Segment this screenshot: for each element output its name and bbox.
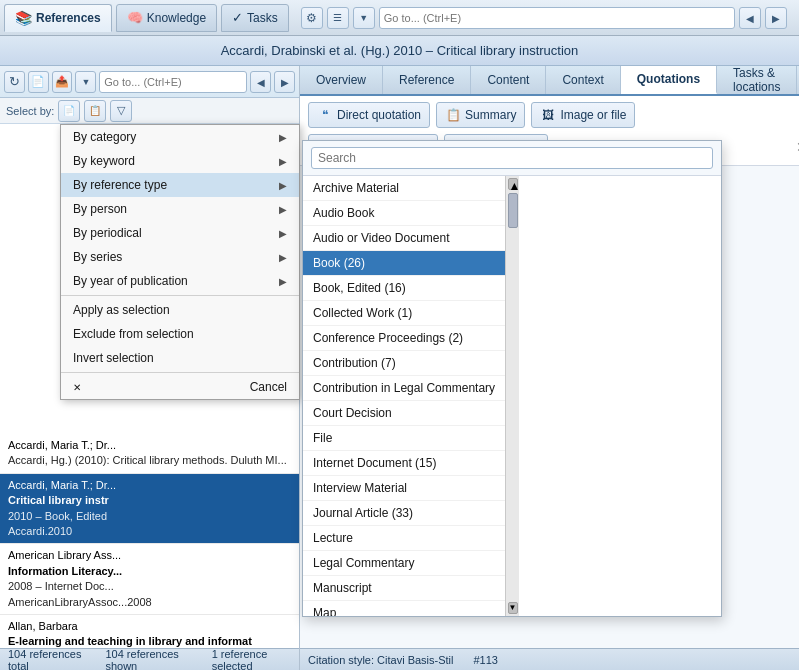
- scroll-track: [508, 191, 518, 601]
- image-or-file-button[interactable]: 🖼 Image or file: [531, 102, 635, 128]
- menu-by-series[interactable]: By series ▶: [61, 245, 299, 269]
- tab-knowledge[interactable]: 🧠 Knowledge: [116, 4, 217, 32]
- list-item[interactable]: Collected Work (1): [303, 301, 505, 326]
- arrow-right-icon: ▶: [279, 204, 287, 215]
- scroll-up-arrow[interactable]: ▲: [508, 178, 518, 190]
- ref-key: Accardi.2010: [8, 524, 291, 539]
- direct-quotation-button[interactable]: ❝ Direct quotation: [308, 102, 430, 128]
- search-go-back[interactable]: [250, 71, 271, 93]
- gear-button[interactable]: [301, 7, 323, 29]
- menu-by-keyword[interactable]: By keyword ▶: [61, 149, 299, 173]
- tab-context[interactable]: Context: [546, 66, 620, 94]
- menu-cancel[interactable]: ✕ Cancel: [61, 375, 299, 399]
- reference-list: Accardi, Maria T.; Dr... Accardi, Hg.) (…: [0, 434, 299, 648]
- invert-selection-label: Invert selection: [73, 351, 154, 365]
- dropdown-button[interactable]: ▼: [353, 7, 375, 29]
- menu-button[interactable]: ☰: [327, 7, 349, 29]
- list-item[interactable]: Book, Edited (16): [303, 276, 505, 301]
- list-item[interactable]: Legal Commentary: [303, 551, 505, 576]
- arrow-right-icon: ▶: [279, 156, 287, 167]
- right-panel: Overview Reference Content Context Quota…: [300, 66, 799, 670]
- filter-dropdown-btn[interactable]: ▼: [75, 71, 96, 93]
- list-item[interactable]: Audio Book: [303, 201, 505, 226]
- top-bar: 📚 References 🧠 Knowledge ✓ Tasks ☰ ▼: [0, 0, 799, 36]
- list-item[interactable]: Journal Article (33): [303, 501, 505, 526]
- menu-apply-selection[interactable]: Apply as selection: [61, 298, 299, 322]
- list-item[interactable]: Interview Material: [303, 476, 505, 501]
- scroll-down-arrow[interactable]: ▼: [508, 602, 518, 614]
- right-status-bar: Citation style: Citavi Basis-Stil #113: [300, 648, 799, 670]
- by-ref-type-label: By reference type: [73, 178, 167, 192]
- arrow-right-icon: ▶: [279, 132, 287, 143]
- menu-by-periodical[interactable]: By periodical ▶: [61, 221, 299, 245]
- list-item[interactable]: Accardi, Maria T.; Dr... Critical librar…: [0, 474, 299, 545]
- by-series-label: By series: [73, 250, 122, 264]
- tab-bar: Overview Reference Content Context Quota…: [300, 66, 799, 96]
- status-shown: 104 references shown: [105, 648, 191, 671]
- copy-icon: 📋: [89, 105, 101, 116]
- list-item[interactable]: Internet Document (15): [303, 451, 505, 476]
- list-item[interactable]: Audio or Video Document: [303, 226, 505, 251]
- select-new-btn[interactable]: 📄: [58, 100, 80, 122]
- select-filter-btn[interactable]: [110, 100, 132, 122]
- ref-search-input[interactable]: [99, 71, 247, 93]
- ref-key: AmericanLibraryAssoc...2008: [8, 595, 291, 610]
- tab-reference[interactable]: Reference: [383, 66, 471, 94]
- tab-content[interactable]: Content: [471, 66, 546, 94]
- arrow-right-icon: ▶: [279, 180, 287, 191]
- menu-by-year[interactable]: By year of publication ▶: [61, 269, 299, 293]
- menu-by-person[interactable]: By person ▶: [61, 197, 299, 221]
- tab-tasks-locations[interactable]: Tasks & locations: [717, 66, 797, 94]
- menu-separator-2: [61, 372, 299, 373]
- forward-button[interactable]: [765, 7, 787, 29]
- menu-by-category[interactable]: By category ▶: [61, 125, 299, 149]
- by-person-label: By person: [73, 202, 127, 216]
- search-go-forward[interactable]: [274, 71, 295, 93]
- left-panel: 📄 📤 ▼ Select by: 📄 📋 By category ▶ By ke…: [0, 66, 300, 670]
- arrow-right-icon: ▶: [279, 276, 287, 287]
- list-item[interactable]: Contribution (7): [303, 351, 505, 376]
- forward-icon: [772, 12, 780, 24]
- menu-invert-selection[interactable]: Invert selection: [61, 346, 299, 370]
- list-item[interactable]: Archive Material: [303, 176, 505, 201]
- close-btn[interactable]: ✕: [790, 137, 799, 157]
- tab-references[interactable]: 📚 References: [4, 4, 112, 32]
- tab-tasks[interactable]: ✓ Tasks: [221, 4, 289, 32]
- select-copy-btn[interactable]: 📋: [84, 100, 106, 122]
- book-icon: 📚: [15, 10, 32, 26]
- export-btn[interactable]: 📤: [52, 71, 73, 93]
- new-btn[interactable]: 📄: [28, 71, 49, 93]
- list-item[interactable]: Book (26): [303, 251, 505, 276]
- list-item[interactable]: American Library Ass... Information Lite…: [0, 544, 299, 615]
- menu-exclude-selection[interactable]: Exclude from selection: [61, 322, 299, 346]
- summary-button[interactable]: 📋 Summary: [436, 102, 525, 128]
- tab-overview[interactable]: Overview: [300, 66, 383, 94]
- list-item[interactable]: Allan, Barbara E-learning and teaching i…: [0, 615, 299, 648]
- window-title: Accardi, Drabinski et al. (Hg.) 2010 – C…: [221, 43, 579, 58]
- global-search-input[interactable]: [379, 7, 735, 29]
- scroll-handle[interactable]: [508, 193, 518, 228]
- ref-author: Accardi, Maria T.; Dr...: [8, 438, 291, 453]
- dropdown-search-input[interactable]: [311, 147, 713, 169]
- tab-quotations[interactable]: Quotations: [621, 66, 717, 94]
- ref-author: American Library Ass...: [8, 548, 291, 563]
- status-total: 104 references total: [8, 648, 85, 671]
- ref-meta: 2010 – Book, Edited: [8, 509, 291, 524]
- refresh-button[interactable]: [4, 71, 25, 93]
- dropdown-scrollbar[interactable]: ▲ ▼: [505, 176, 519, 616]
- menu-by-ref-type[interactable]: By reference type ▶: [61, 173, 299, 197]
- list-item[interactable]: Accardi, Maria T.; Dr... Accardi, Hg.) (…: [0, 434, 299, 474]
- list-item[interactable]: Court Decision: [303, 401, 505, 426]
- list-item[interactable]: Contribution in Legal Commentary: [303, 376, 505, 401]
- refresh-icon: [9, 74, 20, 89]
- quote-icon: ❝: [317, 107, 333, 123]
- select-by-label: Select by:: [6, 105, 54, 117]
- add-icon: 📄: [63, 105, 75, 116]
- list-item[interactable]: Lecture: [303, 526, 505, 551]
- dropdown-icon: ▼: [81, 77, 90, 87]
- back-button[interactable]: [739, 7, 761, 29]
- list-item[interactable]: Map: [303, 601, 505, 616]
- list-item[interactable]: Manuscript: [303, 576, 505, 601]
- list-item[interactable]: Conference Proceedings (2): [303, 326, 505, 351]
- list-item[interactable]: File: [303, 426, 505, 451]
